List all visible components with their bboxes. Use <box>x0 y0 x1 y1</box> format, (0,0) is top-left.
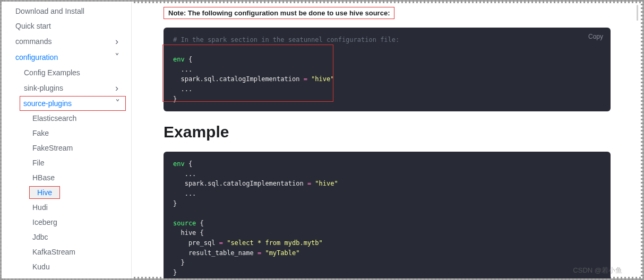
operator: = <box>304 75 307 83</box>
sidebar-item-configuration[interactable]: configuration˅ <box>2 49 131 65</box>
sidebar-item-label: File <box>32 159 122 167</box>
sidebar-item-fakestream[interactable]: FakeStream <box>2 141 131 155</box>
sidebar-item-label: MongoDb <box>32 277 122 278</box>
brace: { <box>185 56 192 63</box>
brace: { <box>185 160 192 168</box>
sidebar-item-sink-plugins[interactable]: sink-plugins› <box>2 80 131 96</box>
code-block-2: env { ... spark.sql.catalogImplementatio… <box>164 152 611 278</box>
sidebar-item-config-examples[interactable]: Config Examples <box>2 65 131 80</box>
code-line: spark.sql.catalogImplementation <box>173 75 304 83</box>
sidebar-item-label: HBase <box>32 173 122 182</box>
sidebar-item-label: source-plugins <box>23 99 113 108</box>
sidebar: Download and InstallQuick startcommands›… <box>2 2 132 278</box>
code-block-2-wrap: env { ... spark.sql.catalogImplementatio… <box>164 152 611 278</box>
sidebar-item-label: configuration <box>15 53 112 62</box>
sidebar-item-label: Download and Install <box>15 7 122 15</box>
sidebar-item-mongodb[interactable]: MongoDb <box>2 274 131 278</box>
brace: } <box>173 95 177 103</box>
sidebar-item-commands[interactable]: commands› <box>2 33 131 49</box>
sidebar-item-kafkastream[interactable]: KafkaStream <box>2 244 131 259</box>
string: "select * from mydb.mytb" <box>223 239 323 247</box>
sidebar-item-label: Jdbc <box>32 233 122 241</box>
code-keyword: env <box>173 56 185 63</box>
sidebar-item-label: Hudi <box>32 203 122 212</box>
brace: } <box>173 269 177 276</box>
string: "hive" <box>311 180 338 187</box>
sidebar-item-kudu[interactable]: Kudu <box>2 259 131 274</box>
code-comment: # In the spark section in the seatunnel … <box>173 36 399 43</box>
sidebar-item-label: Iceberg <box>32 218 122 226</box>
chevron-down-icon: ˅ <box>113 99 122 108</box>
chevron-right-icon: › <box>112 83 122 93</box>
sidebar-item-label: commands <box>15 37 112 46</box>
code-line: result_table_name <box>173 249 257 257</box>
sidebar-item-elasticsearch[interactable]: Elasticsearch <box>2 111 131 126</box>
code-block-1-wrap: # In the spark section in the seatunnel … <box>164 28 611 111</box>
sidebar-item-hive[interactable]: Hive <box>29 186 60 199</box>
sidebar-item-fake[interactable]: Fake <box>2 126 131 141</box>
sidebar-item-hbase[interactable]: HBase <box>2 170 131 185</box>
code-line: spark.sql.catalogImplementation <box>173 180 307 187</box>
sidebar-item-label: Quick start <box>15 22 122 30</box>
chevron-right-icon: › <box>112 37 122 46</box>
code-line: ... <box>173 190 196 197</box>
sidebar-item-label: KafkaStream <box>32 248 122 256</box>
sidebar-item-iceberg[interactable]: Iceberg <box>2 215 131 230</box>
string: "myTable" <box>261 249 299 257</box>
main-content: Note: The following configuration must b… <box>132 2 642 278</box>
code-keyword: env <box>173 160 185 168</box>
code-line: ... <box>173 85 192 93</box>
code-line: hive { <box>173 229 204 237</box>
watermark: CSDN @若小鱼 <box>573 266 622 275</box>
chevron-down-icon: ˅ <box>112 52 122 62</box>
brace: } <box>173 259 185 266</box>
sidebar-item-download-and-install[interactable]: Download and Install <box>2 4 131 19</box>
sidebar-item-label: Fake <box>32 129 122 137</box>
brace: { <box>196 220 203 227</box>
sidebar-item-jdbc[interactable]: Jdbc <box>2 230 131 244</box>
sidebar-item-label: Kudu <box>32 262 122 271</box>
sidebar-item-hudi[interactable]: Hudi <box>2 200 131 215</box>
sidebar-item-source-plugins[interactable]: source-plugins˅ <box>20 96 126 111</box>
operator: = <box>219 239 223 247</box>
sidebar-item-label: FakeStream <box>32 144 122 152</box>
sidebar-item-file[interactable]: File <box>2 155 131 170</box>
code-line: ... <box>173 66 192 73</box>
sidebar-item-quick-start[interactable]: Quick start <box>2 19 131 33</box>
scrollbar[interactable] <box>637 5 638 21</box>
note-highlight: Note: The following configuration must b… <box>164 7 394 19</box>
string: "hive" <box>307 75 334 83</box>
code-block-1: # In the spark section in the seatunnel … <box>164 28 611 111</box>
code-keyword: source <box>173 220 196 227</box>
copy-button[interactable]: Copy <box>588 33 603 40</box>
example-heading: Example <box>164 123 611 141</box>
brace: } <box>173 200 177 207</box>
sidebar-item-label: sink-plugins <box>24 84 112 92</box>
sidebar-item-label: Config Examples <box>24 68 122 77</box>
sidebar-item-label: Elasticsearch <box>32 114 122 122</box>
code-line: pre_sql <box>173 239 219 247</box>
code-line: ... <box>173 170 196 178</box>
